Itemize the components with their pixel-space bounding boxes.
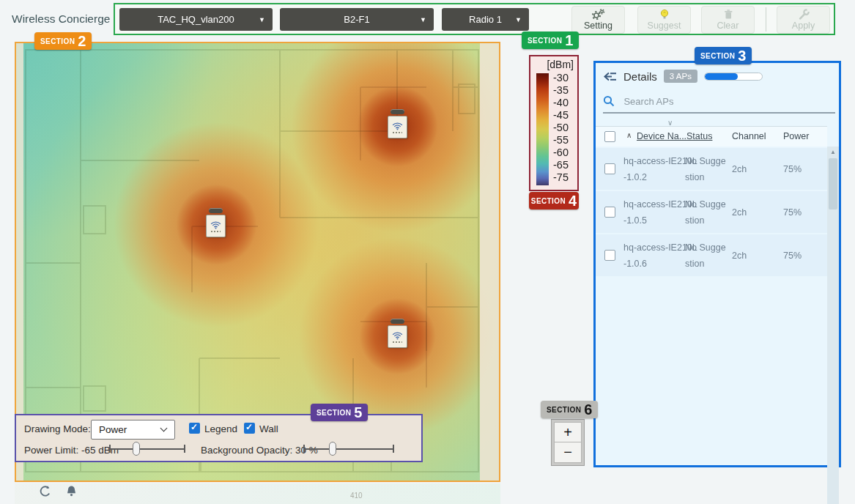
chevron-down-icon (160, 425, 168, 432)
wireless-concierge-app: Wireless Concierge TAC_HQ_vlan200 ▼ B2-F… (0, 0, 855, 504)
legend-title: [dBm] (547, 59, 574, 70)
row-checkbox[interactable] (604, 207, 615, 218)
scrollbar-thumb[interactable] (829, 158, 837, 210)
power-limit-slider[interactable] (109, 442, 185, 456)
row-checkbox[interactable] (604, 163, 615, 174)
annotation-section-4: SECTION4 (529, 192, 579, 210)
ap-device-icon (388, 325, 407, 348)
power-limit-label: Power Limit: -65 dBm (24, 445, 119, 456)
column-device-name[interactable]: Device Na... (637, 131, 686, 141)
clear-button[interactable]: Clear (701, 6, 755, 34)
table-row[interactable]: hq-access-IE210L-1.0.6 No Suggestion 2ch… (596, 234, 827, 276)
gear-icon (591, 9, 605, 20)
column-channel: Channel (732, 131, 766, 141)
column-status[interactable]: Status (686, 131, 712, 141)
ap-antenna-icon (391, 109, 404, 114)
legend-checkbox-label: Legend (204, 423, 237, 434)
clear-button-label: Clear (717, 21, 739, 31)
search-icon (603, 95, 615, 107)
ap-antenna-icon (391, 319, 404, 324)
app-title: Wireless Concierge (12, 12, 110, 26)
chevron-down-icon: ▼ (420, 16, 426, 23)
ap-ports (211, 231, 221, 232)
scroll-up-icon[interactable]: ▲ (827, 149, 839, 155)
drawing-mode-label: Drawing Mode: (24, 423, 91, 434)
access-point-1[interactable] (388, 109, 408, 138)
search-underline (603, 112, 835, 114)
floor-dropdown-value: B2-F1 (344, 14, 369, 25)
dbm-legend: [dBm] -30 -35 -40 -45 -50 -55 -60 -65 -7… (529, 55, 579, 191)
search-aps-input[interactable] (623, 96, 829, 107)
progress-fill (705, 73, 738, 80)
power-cell: 75% (783, 191, 802, 233)
apply-button[interactable]: Apply (777, 6, 830, 34)
wall-checkbox[interactable] (244, 423, 255, 434)
status-cell: No Suggestion (685, 240, 728, 272)
ap-ports (393, 132, 402, 133)
power-limit-slider-thumb[interactable] (133, 442, 140, 456)
suggest-button[interactable]: Suggest (637, 6, 691, 34)
annotation-section-6: SECTION6 (541, 401, 598, 418)
channel-cell: 2ch (732, 234, 747, 276)
drawing-mode-select[interactable]: Power (91, 420, 175, 440)
ap-antenna-icon (209, 208, 223, 213)
column-power: Power (783, 131, 809, 141)
annotation-section-1: SECTION1 (522, 32, 579, 49)
status-cell: No Suggestion (685, 196, 728, 229)
sort-asc-icon: ∧ (626, 131, 632, 139)
bell-icon[interactable] (65, 485, 78, 498)
suggest-button-label: Suggest (648, 21, 681, 31)
toolbar-separator (766, 7, 766, 32)
floorplan-continuation (15, 483, 500, 504)
chevron-down-icon: ▼ (515, 16, 522, 23)
drawing-mode-value: Power (99, 424, 127, 435)
opacity-label: Background Opacity: 30 % (201, 445, 318, 456)
refresh-icon[interactable] (38, 485, 52, 499)
wall-checkbox-label: Wall (259, 423, 278, 434)
legend-color-scale (536, 73, 549, 185)
channel-cell: 2ch (732, 148, 747, 190)
zoom-out-button[interactable]: − (554, 442, 582, 463)
access-point-3[interactable] (388, 319, 408, 348)
wrench-icon (797, 9, 810, 20)
radio-dropdown[interactable]: Radio 1 ▼ (442, 8, 529, 31)
status-cell: No Suggestion (685, 153, 728, 185)
lightbulb-icon (658, 9, 671, 20)
suggestion-progress-bar (704, 73, 763, 81)
chevron-down-icon: ▼ (259, 16, 265, 23)
trash-icon (722, 9, 735, 20)
ap-count-badge: 3 APs (664, 70, 697, 83)
opacity-slider-thumb[interactable] (329, 442, 336, 456)
ap-device-icon (206, 215, 226, 237)
channel-cell: 2ch (732, 191, 747, 233)
collapse-details-icon[interactable] (603, 72, 617, 81)
floorplan-edge-right (480, 43, 499, 481)
wifi-icon (391, 330, 404, 340)
apply-button-label: Apply (792, 21, 815, 31)
access-point-2[interactable] (206, 208, 226, 237)
row-checkbox[interactable] (604, 250, 615, 261)
table-header: ∧ Device Na... Status Channel Power (596, 126, 827, 147)
annotation-section-5: SECTION5 (311, 404, 368, 421)
floorplan-room-label: 410 (350, 492, 363, 500)
annotation-section-3: SECTION3 (695, 47, 752, 64)
map-zoom-control: + − (551, 419, 585, 466)
wifi-icon (391, 121, 404, 130)
table-row[interactable]: hq-access-IE210L-1.0.5 No Suggestion 2ch… (596, 191, 827, 233)
opacity-slider[interactable] (303, 442, 394, 456)
network-dropdown-value: TAC_HQ_vlan200 (158, 14, 234, 25)
legend-tick-labels: -30 -35 -40 -45 -50 -55 -60 -65 -75 (553, 72, 569, 184)
table-scrollbar[interactable]: ▲ ▼ (827, 147, 839, 504)
legend-checkbox[interactable] (189, 423, 200, 434)
ap-device-icon (388, 116, 407, 138)
setting-button[interactable]: Setting (571, 6, 625, 34)
zoom-in-button[interactable]: + (554, 422, 582, 442)
wifi-icon (210, 220, 222, 229)
network-dropdown[interactable]: TAC_HQ_vlan200 ▼ (119, 8, 273, 31)
ap-ports (393, 341, 402, 343)
radio-dropdown-value: Radio 1 (469, 14, 502, 25)
setting-button-label: Setting (584, 21, 612, 31)
table-row[interactable]: hq-access-IE210L-1.0.2 No Suggestion 2ch… (596, 148, 827, 190)
select-all-checkbox[interactable] (604, 131, 615, 142)
floor-dropdown[interactable]: B2-F1 ▼ (280, 8, 434, 31)
